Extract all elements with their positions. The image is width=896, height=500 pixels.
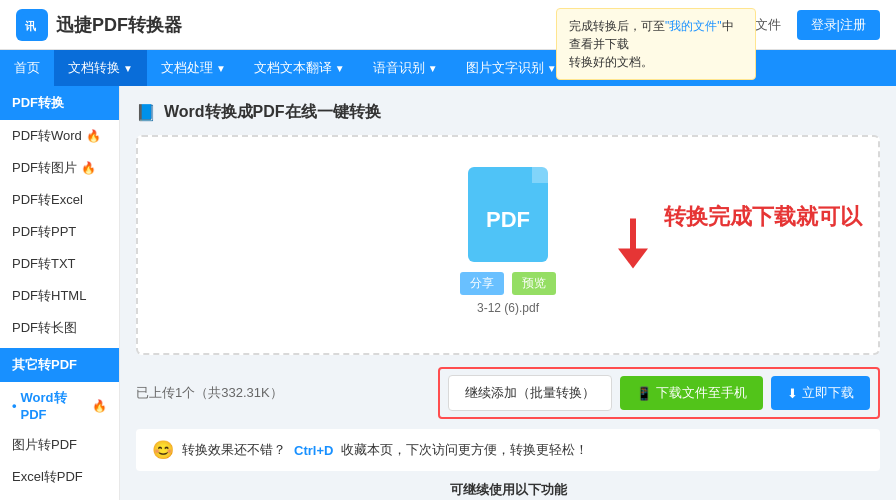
content-header: 📘 Word转换成PDF在线一键转换	[136, 102, 880, 123]
header: 讯 迅捷PDF转换器 🎧 在线客服 📄 我的文件 登录|注册 完成转换后，可至"…	[0, 0, 896, 50]
login-button[interactable]: 登录|注册	[797, 10, 880, 40]
nav-voice-arrow: ▼	[428, 63, 438, 74]
sidebar: PDF转换 PDF转Word 🔥 PDF转图片 🔥 PDF转Excel PDF转…	[0, 86, 120, 500]
tooltip-box: 完成转换后，可至"我的文件"中查看并下载 转换好的文档。	[556, 8, 756, 80]
sidebar-section-other: 其它转PDF	[0, 348, 119, 382]
svg-text:讯: 讯	[25, 20, 37, 32]
fire-icon-3: 🔥	[92, 399, 107, 413]
smile-icon: 😊	[152, 439, 174, 461]
hotkey-label: Ctrl+D	[294, 443, 333, 458]
nav-voice[interactable]: 语音识别 ▼	[359, 50, 452, 86]
logo-icon: 讯	[16, 9, 48, 41]
logo-area: 讯 迅捷PDF转换器	[16, 9, 182, 41]
nav-doc-process-arrow: ▼	[216, 63, 226, 74]
sidebar-item-pdf-to-img[interactable]: PDF转图片 🔥	[0, 152, 119, 184]
content-area: 📘 Word转换成PDF在线一键转换 PDF 分享 预览 3-12 (6).pd…	[120, 86, 896, 500]
download-to-phone-button[interactable]: 📱 下载文件至手机	[620, 376, 763, 410]
conversion-complete-text: 转换完成下载就可以	[664, 202, 862, 232]
download-button[interactable]: ⬇ 立即下载	[771, 376, 870, 410]
tip-bar: 😊 转换效果还不错？ Ctrl+D 收藏本页，下次访问更方便，转换更轻松！	[136, 429, 880, 471]
nav-ocr[interactable]: 图片文字识别 ▼	[452, 50, 571, 86]
sidebar-item-excel-to-pdf[interactable]: Excel转PDF	[0, 461, 119, 493]
sidebar-section-pdf: PDF转换	[0, 86, 119, 120]
file-name: 3-12 (6).pdf	[477, 301, 539, 315]
download-icon: ⬇	[787, 386, 798, 401]
sidebar-item-pdf-to-excel[interactable]: PDF转Excel	[0, 184, 119, 216]
file-actions: 分享 预览	[460, 272, 556, 295]
tooltip-link[interactable]: "我的文件"	[665, 19, 722, 33]
page-title: Word转换成PDF在线一键转换	[164, 102, 381, 123]
upload-wrapper: PDF 分享 预览 3-12 (6).pdf 转换完成下载就	[136, 135, 880, 419]
nav-doc-convert[interactable]: 文档转换 ▼	[54, 50, 147, 86]
fire-icon-1: 🔥	[86, 129, 101, 143]
sidebar-item-pdf-to-ppt[interactable]: PDF转PPT	[0, 216, 119, 248]
preview-button[interactable]: 预览	[512, 272, 556, 295]
sidebar-item-pdf-to-longimg[interactable]: PDF转长图	[0, 312, 119, 344]
file-count: 已上传1个（共332.31K）	[136, 384, 283, 402]
svg-marker-3	[618, 249, 648, 269]
logo-text: 迅捷PDF转换器	[56, 13, 182, 37]
sidebar-item-word-to-pdf[interactable]: Word转PDF 🔥	[0, 382, 119, 429]
add-files-button[interactable]: 继续添加（批量转换）	[448, 375, 612, 411]
sidebar-item-pdf-to-html[interactable]: PDF转HTML	[0, 280, 119, 312]
action-area: 继续添加（批量转换） 📱 下载文件至手机 ⬇ 立即下载	[438, 367, 880, 419]
big-arrow	[608, 214, 658, 277]
sidebar-item-img-to-pdf[interactable]: 图片转PDF	[0, 429, 119, 461]
nav-home[interactable]: 首页	[0, 50, 54, 86]
sidebar-item-pdf-to-word[interactable]: PDF转Word 🔥	[0, 120, 119, 152]
upload-box[interactable]: PDF 分享 预览 3-12 (6).pdf 转换完成下载就	[136, 135, 880, 355]
sidebar-item-ppt-to-pdf[interactable]: PPT转PDF	[0, 493, 119, 500]
nav-doc-process[interactable]: 文档处理 ▼	[147, 50, 240, 86]
pdf-text-label: PDF	[486, 207, 530, 233]
pdf-file-icon: PDF	[468, 167, 548, 262]
phone-icon: 📱	[636, 386, 652, 401]
continue-section: 可继续使用以下功能	[136, 481, 880, 499]
share-button[interactable]: 分享	[460, 272, 504, 295]
sidebar-item-pdf-to-txt[interactable]: PDF转TXT	[0, 248, 119, 280]
word-icon: 📘	[136, 103, 156, 122]
nav-translate-arrow: ▼	[335, 63, 345, 74]
fire-icon-2: 🔥	[81, 161, 96, 175]
nav-doc-convert-arrow: ▼	[123, 63, 133, 74]
bottom-bar: 已上传1个（共332.31K） 继续添加（批量转换） 📱 下载文件至手机 ⬇ 立…	[136, 367, 880, 419]
pdf-fold	[532, 167, 548, 183]
main-layout: PDF转换 PDF转Word 🔥 PDF转图片 🔥 PDF转Excel PDF转…	[0, 86, 896, 500]
nav-translate[interactable]: 文档文本翻译 ▼	[240, 50, 359, 86]
nav-bar: 首页 文档转换 ▼ 文档处理 ▼ 文档文本翻译 ▼ 语音识别 ▼ 图片文字识别 …	[0, 50, 896, 86]
